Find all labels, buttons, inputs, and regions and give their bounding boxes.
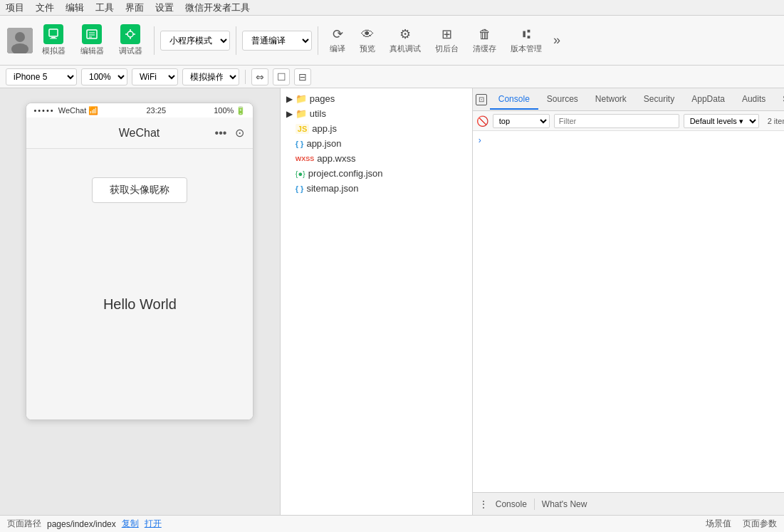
tree-item-pages[interactable]: ▶ 📁 pages xyxy=(281,91,472,106)
rotate-btn[interactable]: ⇔ xyxy=(251,68,268,85)
wifi-icon: 📶 xyxy=(88,106,98,115)
clear-cache-label: 清缓存 xyxy=(473,43,496,54)
second-toolbar-sep xyxy=(245,70,246,84)
console-content: › xyxy=(473,131,784,492)
svg-rect-3 xyxy=(49,29,58,36)
clear-cache-button[interactable]: 🗑 清缓存 xyxy=(467,24,502,57)
status-copy-link[interactable]: 复制 xyxy=(122,518,139,530)
toolbar-separator-1 xyxy=(154,26,155,55)
simulator-panel: ••••• WeChat 📶 23:25 100% 🔋 WeChat ••• ⊙ xyxy=(0,88,280,515)
tab-audits[interactable]: Audits xyxy=(733,90,774,110)
version-button[interactable]: ⑆ 版本管理 xyxy=(505,24,548,57)
menu-item-interface[interactable]: 界面 xyxy=(125,1,144,14)
zoom-select[interactable]: 100% 75% 50% xyxy=(81,68,127,85)
simulator-icon xyxy=(43,24,63,44)
editor-label: 编辑器 xyxy=(80,46,104,56)
preview-button[interactable]: 👁 预览 xyxy=(354,24,381,57)
phone-frame: ••••• WeChat 📶 23:25 100% 🔋 WeChat ••• ⊙ xyxy=(26,103,254,420)
mode-select[interactable]: 小程序模式 插件模式 xyxy=(160,31,230,51)
menu-item-edit[interactable]: 编辑 xyxy=(66,1,84,14)
cut-backend-button[interactable]: ⊞ 切后台 xyxy=(429,24,464,57)
drawer-whats-new-tab[interactable]: What's New xyxy=(539,498,590,511)
clear-cache-icon: 🗑 xyxy=(479,27,491,42)
menu-item-devtools[interactable]: 微信开发者工具 xyxy=(185,1,250,14)
network-select[interactable]: WiFi 4G 3G 2G xyxy=(132,68,178,85)
folder-icon-utils: 📁 xyxy=(296,108,307,119)
device-select[interactable]: iPhone 5 iPhone 6 iPhone X xyxy=(6,68,77,85)
console-toolbar: 🚫 top Default levels ▾ 2 items hidden by… xyxy=(473,111,784,131)
tree-item-appjs[interactable]: ▶ JS app.js xyxy=(281,121,472,136)
tab-console[interactable]: Console xyxy=(490,90,538,110)
cut-backend-label: 切后台 xyxy=(435,43,459,54)
simulator-label: 模拟器 xyxy=(42,46,66,56)
main-area: ••••• WeChat 📶 23:25 100% 🔋 WeChat ••• ⊙ xyxy=(0,88,784,515)
console-expand-arrow[interactable]: › xyxy=(479,135,481,145)
console-filter-input[interactable] xyxy=(554,114,679,128)
tree-item-utils[interactable]: ▶ 📁 utils xyxy=(281,106,472,121)
console-block-button[interactable]: 🚫 xyxy=(477,115,488,127)
phone-status-bar: ••••• WeChat 📶 23:25 100% 🔋 xyxy=(26,103,253,118)
status-scene-label[interactable]: 场景值 xyxy=(706,518,731,530)
expand-icon-pages: ▶ xyxy=(286,94,293,104)
hello-world-text: Hello World xyxy=(103,296,177,313)
status-path-value: pages/index/index xyxy=(47,519,116,529)
tree-item-projectconfig[interactable]: ▶ {●} project.config.json xyxy=(281,166,472,181)
status-right: 场景值 页面参数 xyxy=(706,518,777,530)
right-panel: ▶ 📁 pages ▶ 📁 utils ▶ JS app.js xyxy=(280,88,784,515)
action-select[interactable]: 模拟操作 xyxy=(182,68,239,85)
version-icon: ⑆ xyxy=(523,27,530,42)
svg-point-1 xyxy=(15,32,25,42)
ipad-btn[interactable]: ⊟ xyxy=(294,68,311,85)
second-toolbar: iPhone 5 iPhone 6 iPhone X 100% 75% 50% … xyxy=(0,66,784,88)
tab-network[interactable]: Network xyxy=(587,90,635,110)
debugger-label: 调试器 xyxy=(119,46,142,56)
console-context-select[interactable]: top xyxy=(493,114,550,128)
get-avatar-button[interactable]: 获取头像昵称 xyxy=(92,177,187,203)
console-levels-select[interactable]: Default levels ▾ xyxy=(684,114,759,128)
more-button[interactable]: » xyxy=(550,30,563,51)
devtools-panel: ⊡ Console Sources Network Security AppDa… xyxy=(473,88,784,515)
real-device-label: 真机调试 xyxy=(390,43,421,54)
tree-item-appwxss[interactable]: ▶ wxss app.wxss xyxy=(281,151,472,166)
drawer-sep xyxy=(534,499,535,510)
compile-icon: ⟳ xyxy=(333,26,343,42)
editor-button[interactable]: 编辑器 xyxy=(74,19,110,62)
menu-item-file[interactable]: 文件 xyxy=(36,1,54,14)
phone-time: 23:25 xyxy=(146,106,166,115)
cut-backend-icon: ⊞ xyxy=(441,26,452,42)
tab-appdata[interactable]: AppData xyxy=(683,90,733,110)
tab-sources[interactable]: Sources xyxy=(538,90,587,110)
tab-sensor[interactable]: Sensor xyxy=(774,90,784,110)
toolbar-separator-2 xyxy=(236,26,236,55)
status-path-label: 页面路径 xyxy=(7,518,41,530)
json-file-icon: { } xyxy=(296,140,304,148)
menu-item-tools[interactable]: 工具 xyxy=(95,1,114,14)
phone-signal: ••••• WeChat 📶 xyxy=(33,106,98,115)
more-dots-icon[interactable]: ••• xyxy=(215,127,227,140)
tree-label-appwxss: app.wxss xyxy=(317,153,355,164)
drawer-dots-icon: ⋮ xyxy=(479,499,488,510)
compile-button[interactable]: ⟳ 编译 xyxy=(324,24,351,57)
tree-item-sitemap[interactable]: ▶ { } sitemap.json xyxy=(281,181,472,196)
phone-battery: 100% 🔋 xyxy=(214,106,246,115)
status-open-link[interactable]: 打开 xyxy=(145,518,162,530)
menu-bar: 项目 文件 编辑 工具 界面 设置 微信开发者工具 xyxy=(0,0,784,16)
preview-label: 预览 xyxy=(360,43,375,54)
bottom-drawer: ⋮ Console What's New × xyxy=(473,492,784,515)
menu-item-project[interactable]: 项目 xyxy=(6,1,24,14)
sitemap-file-icon: { } xyxy=(296,184,304,193)
drawer-console-tab[interactable]: Console xyxy=(493,498,530,511)
status-page-params-label[interactable]: 页面参数 xyxy=(743,518,777,530)
menu-item-settings[interactable]: 设置 xyxy=(155,1,174,14)
real-device-button[interactable]: ⚙ 真机调试 xyxy=(384,24,427,57)
phone-btn[interactable]: ☐ xyxy=(273,68,290,85)
debugger-button[interactable]: 调试器 xyxy=(113,19,148,62)
file-tree: ▶ 📁 pages ▶ 📁 utils ▶ JS app.js xyxy=(281,88,473,515)
compile-select[interactable]: 普通编译 自定义编译 xyxy=(242,31,312,51)
simulator-button[interactable]: 模拟器 xyxy=(36,19,71,62)
tree-item-appjson[interactable]: ▶ { } app.json xyxy=(281,136,472,151)
phone-nav-bar: WeChat ••• ⊙ xyxy=(26,118,253,149)
avatar[interactable] xyxy=(7,28,33,53)
tab-security[interactable]: Security xyxy=(635,90,683,110)
circle-icon[interactable]: ⊙ xyxy=(235,126,244,140)
